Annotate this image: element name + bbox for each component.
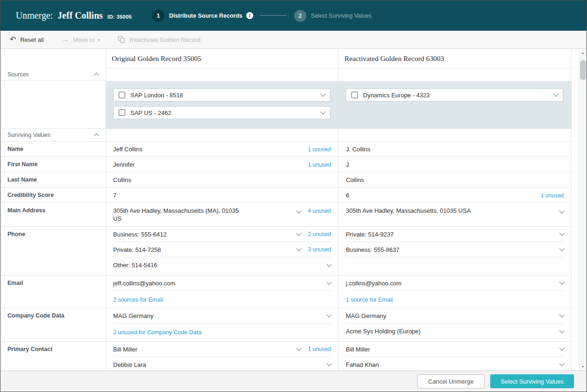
source-dropdown-sap-us[interactable]: SAP US - 2462 bbox=[113, 106, 331, 119]
cancel-unmerge-button[interactable]: Cancel Unmerge bbox=[417, 374, 485, 388]
chevron-down-icon[interactable] bbox=[326, 312, 331, 317]
sources-section-row: Sources bbox=[0, 68, 572, 81]
action-toolbar: ↶ Reset all → Move to ▾ Reactivate Golde… bbox=[0, 31, 587, 49]
value-row: MAG Germany bbox=[113, 308, 331, 324]
right-column-header: Reactivated Golden Record 63003 bbox=[339, 49, 572, 68]
value-text: Fahad Khan bbox=[346, 361, 554, 368]
scroll-up-button[interactable]: ▲ bbox=[579, 49, 587, 57]
arrow-right-icon: → bbox=[61, 36, 69, 43]
value-text: Collins bbox=[113, 176, 331, 183]
chevron-down-icon bbox=[320, 109, 325, 114]
step-1-label: Distribute Source Records bbox=[169, 13, 243, 19]
reactivate-label: Reactivate Golden Record bbox=[129, 36, 200, 43]
value-row: Collins bbox=[346, 172, 564, 187]
unused-count[interactable]: 4 unused bbox=[308, 208, 331, 214]
chevron-down-icon[interactable] bbox=[559, 208, 564, 213]
record-name: Jeff Collins bbox=[58, 10, 103, 21]
value-row: Bill Miller 1 unused bbox=[113, 342, 331, 357]
value-text: J. Collins bbox=[346, 146, 564, 153]
reactivate-golden-record-button[interactable]: Reactivate Golden Record bbox=[118, 36, 200, 43]
source-for-email-link[interactable]: 1 source for Email bbox=[346, 297, 393, 303]
unused-count[interactable]: 1 unused bbox=[308, 346, 331, 352]
unused-count[interactable]: 2 unused bbox=[308, 231, 331, 237]
chevron-down-icon[interactable] bbox=[326, 262, 331, 267]
app-header: Unmerge: Jeff Collins ID: 35005 1 Distri… bbox=[0, 0, 587, 31]
sources-section-toggle[interactable]: Sources bbox=[0, 68, 106, 81]
scroll-down-button[interactable]: ▼ bbox=[579, 363, 587, 371]
value-row: J. bbox=[346, 157, 564, 172]
chevron-down-icon[interactable] bbox=[296, 230, 301, 236]
move-to-button[interactable]: → Move to ▾ bbox=[61, 36, 100, 43]
value-row: 305th Ave Hadley, Massachusetts (MA), 01… bbox=[113, 203, 331, 223]
chevron-down-icon[interactable] bbox=[296, 246, 301, 251]
field-label: Primary Contact bbox=[0, 342, 106, 371]
source-dropdown-dynamics-europe[interactable]: Dynamics Europe - 4323 bbox=[346, 88, 563, 101]
value-text: J. bbox=[346, 161, 564, 168]
chevron-down-icon[interactable] bbox=[559, 230, 564, 236]
chevron-down-icon[interactable] bbox=[559, 279, 564, 284]
field-label: Name bbox=[0, 142, 106, 156]
field-label: Company Code Data bbox=[0, 308, 106, 341]
surviving-values-section-toggle[interactable]: Surviving Values bbox=[0, 129, 106, 141]
reset-all-button[interactable]: ↶ Reset all bbox=[10, 36, 44, 43]
vertical-scrollbar[interactable]: ▲ ▼ bbox=[579, 49, 587, 371]
value-text: 6 bbox=[346, 192, 533, 199]
value-text: Jeff Collins bbox=[113, 146, 301, 153]
value-text: 305th Ave Hadley, Massachusetts, 01035 U… bbox=[346, 207, 554, 215]
chevron-down-icon[interactable] bbox=[559, 246, 564, 251]
field-label: Email bbox=[0, 276, 106, 308]
chevron-down-icon[interactable] bbox=[296, 208, 301, 213]
caret-down-icon: ▾ bbox=[98, 37, 100, 42]
value-row: Jeff Collins 1 unused bbox=[113, 142, 331, 156]
unused-count[interactable]: 1 unused bbox=[541, 192, 564, 199]
footer-bar: Cancel Unmerge Select Surviving Values bbox=[0, 371, 587, 392]
chevron-down-icon[interactable] bbox=[326, 279, 331, 284]
value-row: Collins bbox=[113, 172, 331, 187]
info-icon[interactable]: i bbox=[246, 12, 253, 19]
left-sources-cell: SAP London - 8518 SAP US - 2462 bbox=[106, 81, 339, 128]
sources-section-label: Sources bbox=[7, 71, 29, 78]
field-row-email: Email jeff.collins@yahoo.com 2 sources f… bbox=[0, 276, 572, 308]
source-dropdown-sap-london[interactable]: SAP London - 8518 bbox=[113, 88, 331, 101]
value-text: Business: 555-6412 bbox=[113, 231, 291, 238]
value-row: 6 1 unused bbox=[346, 188, 564, 203]
field-row-company-code-data: Company Code Data MAG Germany 2 unused f… bbox=[0, 308, 572, 342]
chevron-down-icon bbox=[320, 91, 325, 96]
field-row-main-address: Main Address 305th Ave Hadley, Massachus… bbox=[0, 203, 572, 227]
unused-count[interactable]: 3 unused bbox=[308, 246, 331, 253]
chevron-down-icon[interactable] bbox=[559, 312, 564, 317]
value-row: j.collins@yahoo.com bbox=[346, 276, 564, 291]
field-label: Main Address bbox=[0, 203, 106, 226]
value-text: Bill Miller bbox=[113, 346, 291, 353]
sources-for-email-link[interactable]: 2 sources for Email bbox=[113, 297, 163, 303]
chevron-down-icon[interactable] bbox=[559, 328, 564, 333]
value-row: Fahad Khan bbox=[346, 357, 564, 371]
chevron-down-icon[interactable] bbox=[559, 361, 564, 366]
field-row-credibility-score: Credibility Score 7 6 1 unused bbox=[0, 188, 572, 203]
unused-count[interactable]: 1 unused bbox=[308, 162, 331, 168]
column-header-row: Original Golden Record 35005 Reactivated… bbox=[0, 49, 572, 68]
step-1-distribute-source-records[interactable]: 1 Distribute Source Records i bbox=[152, 10, 253, 22]
wizard-steps: 1 Distribute Source Records i 2 Select S… bbox=[152, 10, 371, 22]
scrollbar-thumb[interactable] bbox=[580, 60, 586, 80]
step-2-select-surviving-values[interactable]: 2 Select Surviving Values bbox=[294, 10, 371, 22]
value-text: Business: 555-8637 bbox=[346, 246, 554, 253]
field-row-first-name: First Name Jennifer 1 unused J. bbox=[0, 157, 572, 172]
chevron-down-icon[interactable] bbox=[326, 361, 331, 366]
field-label: Phone bbox=[0, 227, 106, 275]
chevron-down-icon[interactable] bbox=[559, 345, 564, 351]
unused-count[interactable]: 1 unused bbox=[308, 146, 331, 153]
field-row-phone: Phone Business: 555-6412 2 unused Privat… bbox=[0, 227, 572, 276]
title-prefix: Unmerge: bbox=[16, 10, 53, 21]
chevron-down-icon bbox=[553, 91, 558, 96]
unused-for-company-code-data-link[interactable]: 2 unused for Company Code Data bbox=[113, 329, 202, 336]
value-row: Private: 514-7258 3 unused bbox=[113, 242, 331, 257]
select-surviving-values-button[interactable]: Select Surviving Values bbox=[490, 374, 574, 388]
chevron-down-icon[interactable] bbox=[296, 345, 301, 351]
checkbox[interactable] bbox=[119, 109, 125, 116]
checkbox[interactable] bbox=[351, 92, 358, 98]
checkbox[interactable] bbox=[119, 92, 125, 98]
value-text: Jennifer bbox=[113, 161, 301, 168]
scrollbar-track[interactable] bbox=[579, 57, 587, 363]
field-row-last-name: Last Name Collins Collins bbox=[0, 172, 572, 188]
